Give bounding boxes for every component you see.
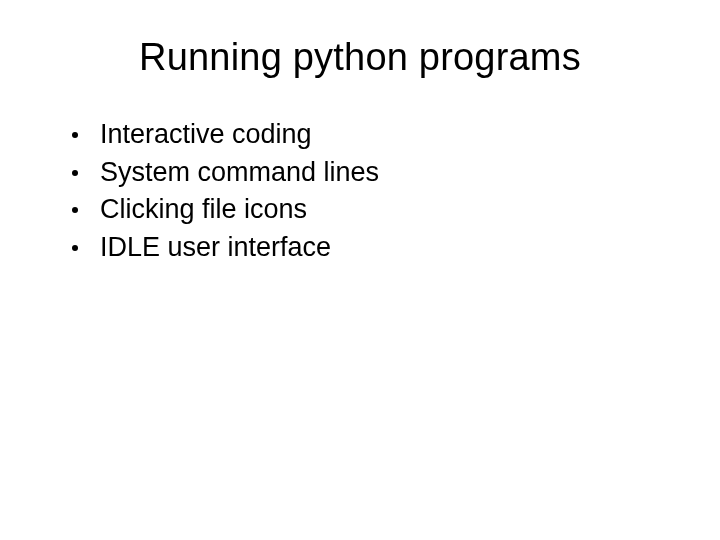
bullet-icon	[72, 132, 78, 138]
bullet-icon	[72, 207, 78, 213]
list-item: System command lines	[72, 155, 660, 191]
bullet-text: Interactive coding	[100, 117, 660, 153]
bullet-icon	[72, 170, 78, 176]
slide-title: Running python programs	[60, 36, 660, 79]
bullet-icon	[72, 245, 78, 251]
list-item: Interactive coding	[72, 117, 660, 153]
list-item: Clicking file icons	[72, 192, 660, 228]
slide-container: Running python programs Interactive codi…	[0, 0, 720, 540]
bullet-text: System command lines	[100, 155, 660, 191]
bullet-text: Clicking file icons	[100, 192, 660, 228]
bullet-text: IDLE user interface	[100, 230, 660, 266]
list-item: IDLE user interface	[72, 230, 660, 266]
bullet-list: Interactive coding System command lines …	[60, 117, 660, 266]
